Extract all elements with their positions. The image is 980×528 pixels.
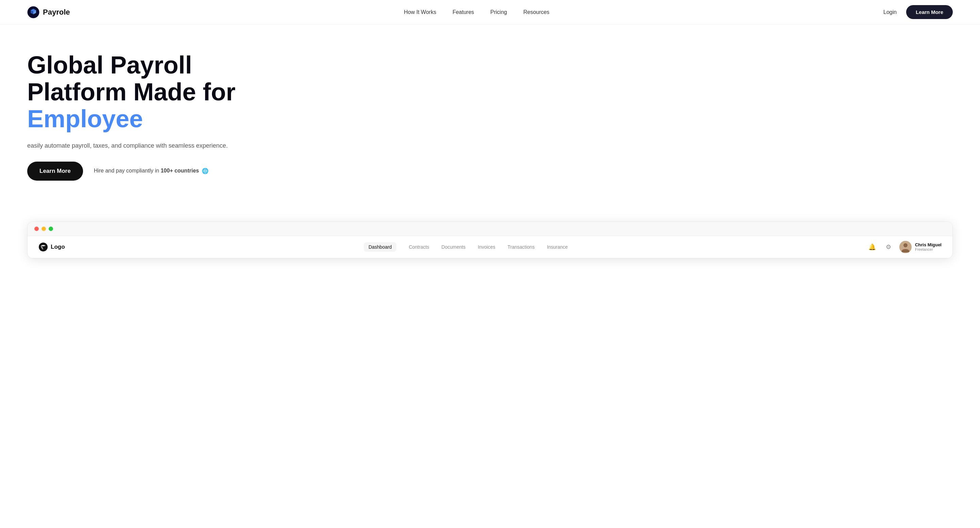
app-nav-invoices[interactable]: Invoices [478, 244, 495, 250]
user-info: Chris Miguel Freelancer [899, 241, 942, 253]
window-controls [27, 222, 953, 236]
app-nav-links: Dashboard Contracts Documents Invoices T… [364, 244, 568, 250]
dashboard-preview: Logo Dashboard Contracts Documents Invoi… [27, 221, 953, 259]
window-maximize-dot [49, 227, 53, 231]
app-nav-right: 🔔 ⚙ Chris Miguel Freelancer [867, 241, 942, 253]
app-nav-contracts[interactable]: Contracts [409, 244, 429, 250]
nav-right: Login Learn More [883, 5, 953, 19]
user-details: Chris Miguel Freelancer [915, 242, 942, 251]
hero-highlight: Employee [27, 105, 143, 132]
user-name: Chris Miguel [915, 242, 942, 247]
window-minimize-dot [41, 227, 46, 231]
nav-links: How It Works Features Pricing Resources [404, 9, 549, 15]
nav-cta-button[interactable]: Learn More [906, 5, 953, 19]
app-nav-transactions[interactable]: Transactions [508, 244, 535, 250]
globe-icon: 🌐 [202, 168, 208, 175]
nav-how-it-works[interactable]: How It Works [404, 9, 436, 15]
svg-point-3 [904, 243, 907, 247]
bell-button[interactable]: 🔔 [867, 242, 878, 253]
app-nav-documents[interactable]: Documents [441, 244, 466, 250]
bell-icon: 🔔 [869, 243, 876, 251]
nav-pricing[interactable]: Pricing [490, 9, 507, 15]
hero-cta-button[interactable]: Learn More [27, 162, 83, 181]
brand-name: Payrole [43, 8, 70, 17]
app-logo-name: Logo [51, 243, 65, 250]
user-role: Freelancer [915, 247, 942, 251]
app-nav-dashboard[interactable]: Dashboard [364, 242, 397, 252]
app-logo: Logo [38, 242, 65, 252]
brand-logo[interactable]: Payrole [27, 6, 70, 18]
hero-actions: Learn More Hire and pay compliantly in 1… [27, 162, 279, 181]
nav-resources[interactable]: Resources [523, 9, 549, 15]
login-link[interactable]: Login [883, 9, 897, 15]
gear-button[interactable]: ⚙ [883, 242, 894, 253]
hero-title: Global Payroll Platform Made for Employe… [27, 52, 279, 133]
svg-point-1 [39, 243, 48, 251]
app-nav: Logo Dashboard Contracts Documents Invoi… [27, 236, 953, 258]
hero-section: Global Payroll Platform Made for Employe… [0, 24, 306, 201]
main-nav: Payrole How It Works Features Pricing Re… [0, 0, 980, 24]
gear-icon: ⚙ [886, 243, 891, 251]
window-close-dot [34, 227, 39, 231]
app-nav-insurance[interactable]: Insurance [547, 244, 568, 250]
nav-features[interactable]: Features [453, 9, 474, 15]
hero-trust-text: Hire and pay compliantly in 100+ countri… [94, 168, 209, 175]
user-avatar [899, 241, 912, 253]
hero-subtitle: easily automate payroll, taxes, and comp… [27, 142, 279, 149]
